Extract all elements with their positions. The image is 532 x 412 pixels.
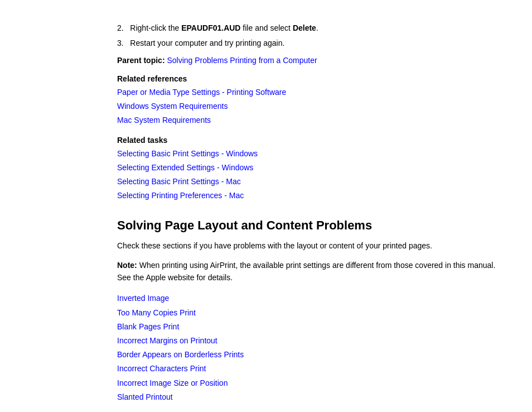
related-references-links: Paper or Media Type Settings - Printing … [117, 85, 499, 128]
step-2-filename: EPAUDF01.AUD [181, 23, 240, 32]
step-2-action: Delete [293, 23, 316, 32]
parent-topic-line-1: Parent topic: Solving Problems Printing … [117, 55, 499, 66]
content-area: 2. Right-click the EPAUDF01.AUD file and… [117, 22, 499, 412]
ref-link-0[interactable]: Paper or Media Type Settings - Printing … [117, 85, 499, 99]
parent-topic-label-1: Parent topic: [117, 56, 165, 65]
step-3: 3. Restart your computer and try printin… [117, 37, 499, 49]
ref-link-2[interactable]: Mac System Requirements [117, 113, 499, 127]
note-label: Note: [117, 261, 137, 270]
topic-link-6[interactable]: Incorrect Image Size or Position [117, 376, 499, 390]
step-2: 2. Right-click the EPAUDF01.AUD file and… [117, 22, 499, 34]
parent-topic-link-1[interactable]: Solving Problems Printing from a Compute… [167, 56, 317, 65]
related-tasks-links: Selecting Basic Print Settings - Windows… [117, 147, 499, 203]
section-body: Check these sections if you have problem… [117, 239, 499, 252]
topic-link-4[interactable]: Border Appears on Borderless Prints [117, 348, 499, 362]
task-link-2[interactable]: Selecting Basic Print Settings - Mac [117, 175, 499, 189]
topic-link-5[interactable]: Incorrect Characters Print [117, 362, 499, 376]
topic-link-0[interactable]: Inverted Image [117, 291, 499, 305]
step-2-num: 2. [117, 23, 124, 32]
note-text: Note: When printing using AirPrint, the … [117, 259, 499, 284]
topic-link-2[interactable]: Blank Pages Print [117, 320, 499, 334]
note-body: When printing using AirPrint, the availa… [117, 261, 495, 282]
step-3-num: 3. [117, 39, 124, 47]
topic-link-1[interactable]: Too Many Copies Print [117, 306, 499, 320]
task-link-3[interactable]: Selecting Printing Preferences - Mac [117, 189, 499, 203]
task-link-1[interactable]: Selecting Extended Settings - Windows [117, 161, 499, 175]
topic-link-7[interactable]: Slanted Printout [117, 390, 499, 404]
related-references-label: Related references [117, 74, 499, 83]
task-link-0[interactable]: Selecting Basic Print Settings - Windows [117, 147, 499, 161]
step-3-text: Restart your computer and try printing a… [130, 39, 284, 47]
section-heading: Solving Page Layout and Content Problems [117, 218, 499, 233]
ref-link-1[interactable]: Windows System Requirements [117, 99, 499, 113]
topic-link-3[interactable]: Incorrect Margins on Printout [117, 334, 499, 348]
related-tasks-label: Related tasks [117, 136, 499, 145]
topic-links: Inverted Image Too Many Copies Print Bla… [117, 291, 499, 404]
